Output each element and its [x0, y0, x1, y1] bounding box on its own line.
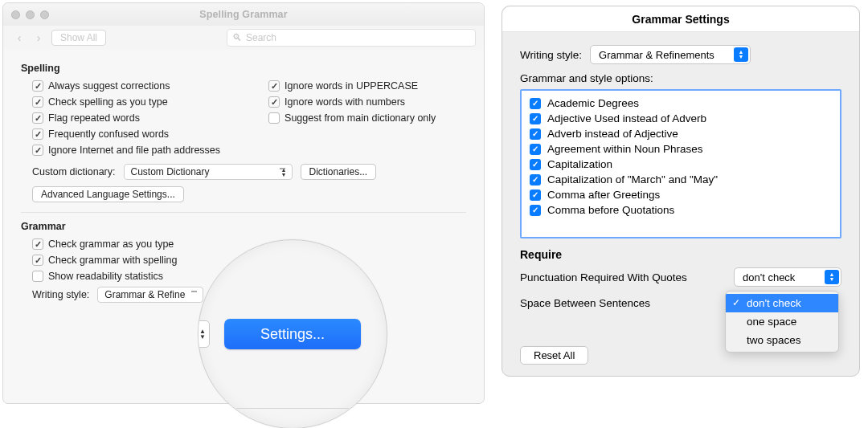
select-updown-icon: ▲▼	[281, 168, 287, 177]
search-placeholder: Search	[246, 32, 276, 43]
checkbox[interactable]	[268, 96, 280, 108]
grammar-option-item[interactable]: Adjective Used instead of Adverb	[522, 111, 840, 126]
checkbox-label: Always suggest corrections	[48, 80, 170, 92]
checkbox[interactable]	[32, 145, 43, 156]
writing-style-select-edge[interactable]: ▲▼	[198, 320, 210, 348]
space-between-sentences-dropdown[interactable]: don't checkone spacetwo spaces	[725, 291, 839, 353]
show-all-button[interactable]: Show All	[51, 30, 106, 46]
checkbox[interactable]	[32, 80, 43, 92]
checkbox[interactable]	[32, 96, 43, 108]
search-icon: 🔍︎	[232, 32, 242, 43]
punctuation-quotes-row: Punctuation Required With Quotes don't c…	[520, 267, 841, 287]
grammar-heading: Grammar	[21, 221, 466, 232]
nav-arrows: ‹ ›	[11, 30, 47, 46]
checkbox-label: Flag repeated words	[48, 112, 140, 124]
titlebar: Spelling Grammar	[3, 3, 484, 26]
checkbox[interactable]	[530, 113, 541, 124]
checkbox-option: Ignore words in UPPERCASE	[268, 80, 436, 92]
grammar-option-label: Academic Degrees	[547, 97, 639, 109]
magnifier-zoom: ▲▼ Settings...	[198, 239, 387, 428]
checkbox-option: Check spelling as you type	[32, 96, 220, 108]
checkbox[interactable]	[530, 205, 541, 216]
select-updown-icon: ▲▼	[825, 270, 839, 284]
custom-dictionary-select[interactable]: Custom Dictionary ▲▼	[124, 164, 293, 180]
checkbox-label: Check grammar with spelling	[48, 255, 177, 266]
grammar-options-listbox[interactable]: Academic DegreesAdjective Used instead o…	[520, 89, 841, 238]
checkbox-label: Check grammar as you type	[48, 238, 174, 250]
reset-all-button[interactable]: Reset All	[520, 346, 588, 365]
dropdown-menu-item[interactable]: don't check	[726, 294, 838, 312]
checkbox-option: Suggest from main dictionary only	[268, 112, 436, 124]
checkbox[interactable]	[32, 112, 43, 124]
grammar-option-label: Comma after Greetings	[547, 189, 660, 201]
writing-style-label: Writing style:	[32, 289, 89, 300]
checkbox-option: Ignore Internet and file path addresses	[32, 145, 220, 156]
dialog-title: Grammar Settings	[502, 6, 859, 32]
dropdown-menu-item[interactable]: two spaces	[726, 331, 838, 349]
checkbox-option: Frequently confused words	[32, 128, 220, 140]
grammar-option-label: Capitalization of "March" and "May"	[547, 173, 718, 185]
checkbox[interactable]	[530, 190, 541, 201]
checkbox-label: Check spelling as you type	[48, 96, 168, 108]
grammar-option-label: Comma before Quotations	[547, 204, 674, 216]
grammar-option-label: Capitalization	[547, 158, 612, 170]
spelling-options: Always suggest correctionsCheck spelling…	[21, 80, 466, 156]
grammar-option-item[interactable]: Adverb instead of Adjective	[522, 126, 840, 141]
require-heading: Require	[520, 248, 841, 261]
punctuation-quotes-select[interactable]: don't check ▲▼	[734, 267, 841, 287]
checkbox[interactable]	[268, 80, 280, 92]
checkbox[interactable]	[268, 112, 280, 124]
grammar-option-item[interactable]: Comma after Greetings	[522, 187, 840, 202]
search-input[interactable]: 🔍︎ Search	[227, 29, 476, 47]
writing-style-row-dialog: Writing style: Grammar & Refinements ▲▼	[520, 45, 841, 64]
grammar-option-label: Agreement within Noun Phrases	[547, 143, 703, 155]
checkbox-option: Ignore words with numbers	[268, 96, 436, 108]
checkbox[interactable]	[530, 144, 541, 155]
grammar-option-item[interactable]: Comma before Quotations	[522, 202, 840, 218]
checkbox-option: Flag repeated words	[32, 112, 220, 124]
grammar-option-label: Adverb instead of Adjective	[547, 128, 678, 140]
forward-button[interactable]: ›	[31, 30, 47, 46]
divider-line	[236, 408, 349, 409]
custom-dictionary-row: Custom dictionary: Custom Dictionary ▲▼ …	[32, 164, 466, 180]
checkbox-label: Show readability statistics	[48, 271, 163, 282]
punctuation-quotes-label: Punctuation Required With Quotes	[520, 271, 727, 283]
checkbox-label: Frequently confused words	[48, 128, 169, 140]
section-divider	[21, 212, 466, 213]
advanced-language-settings-button[interactable]: Advanced Language Settings...	[32, 186, 184, 202]
grammar-option-item[interactable]: Capitalization	[522, 157, 840, 172]
writing-style-select[interactable]: Grammar & Refine	[97, 287, 203, 303]
grammar-option-item[interactable]: Academic Degrees	[522, 96, 840, 111]
custom-dictionary-label: Custom dictionary:	[32, 166, 116, 177]
checkbox[interactable]	[530, 128, 541, 140]
checkbox-label: Ignore words with numbers	[285, 96, 405, 108]
space-between-sentences-label: Space Between Sentences	[520, 297, 727, 309]
checkbox[interactable]	[32, 271, 43, 282]
checkbox-label: Ignore Internet and file path addresses	[48, 145, 220, 156]
window-title: Spelling Grammar	[3, 9, 484, 20]
grammar-option-item[interactable]: Capitalization of "March" and "May"	[522, 172, 840, 187]
checkbox[interactable]	[32, 255, 43, 266]
dropdown-menu-item[interactable]: one space	[726, 312, 838, 331]
checkbox-option: Check grammar as you type	[32, 238, 466, 250]
writing-style-select-dialog[interactable]: Grammar & Refinements ▲▼	[590, 45, 751, 64]
checkbox[interactable]	[32, 128, 43, 140]
spelling-heading: Spelling	[21, 63, 466, 74]
checkbox-option: Always suggest corrections	[32, 80, 220, 92]
checkbox[interactable]	[530, 159, 541, 170]
checkbox[interactable]	[32, 238, 43, 250]
checkbox-label: Suggest from main dictionary only	[285, 112, 436, 124]
back-button[interactable]: ‹	[11, 30, 27, 46]
settings-button[interactable]: Settings...	[224, 319, 361, 349]
grammar-style-options-heading: Grammar and style options:	[520, 72, 841, 84]
checkbox[interactable]	[530, 174, 541, 185]
dictionaries-button[interactable]: Dictionaries...	[301, 164, 377, 180]
select-updown-icon: ▲▼	[734, 47, 748, 62]
checkbox[interactable]	[530, 98, 541, 109]
checkbox-label: Ignore words in UPPERCASE	[285, 80, 418, 92]
grammar-option-item[interactable]: Agreement within Noun Phrases	[522, 141, 840, 157]
grammar-option-label: Adjective Used instead of Adverb	[547, 112, 706, 124]
writing-style-label-dialog: Writing style:	[520, 49, 582, 61]
toolbar: ‹ › Show All 🔍︎ Search	[3, 26, 484, 50]
